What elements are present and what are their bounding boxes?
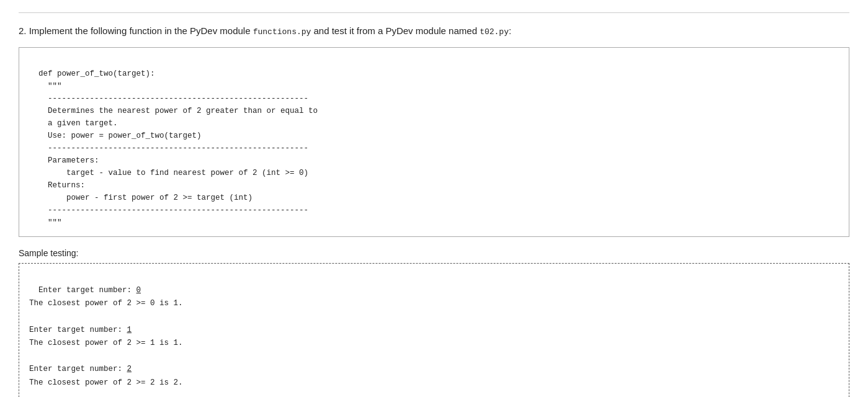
question-code1: functions.py [253,27,311,37]
question-mid: and test it from a PyDev module named [311,25,480,36]
sample-input-1: 1 [127,326,132,334]
top-divider [19,12,849,13]
question-end: : [509,25,511,36]
sample-output-content: Enter target number: 0 The closest power… [29,286,202,397]
sample-output-box: Enter target number: 0 The closest power… [19,263,849,398]
question-text: 2. Implement the following function in t… [19,24,849,38]
sample-input-2: 2 [127,365,132,373]
code-content: def power_of_two(target): """ ----------… [29,69,318,227]
question-intro: Implement the following function in the … [29,25,253,36]
question-number: 2. [19,25,27,36]
sample-testing-label: Sample testing: [19,248,849,258]
code-block: def power_of_two(target): """ ----------… [19,47,849,237]
sample-input-0: 0 [136,286,141,295]
question-code2: t02.py [480,27,509,37]
